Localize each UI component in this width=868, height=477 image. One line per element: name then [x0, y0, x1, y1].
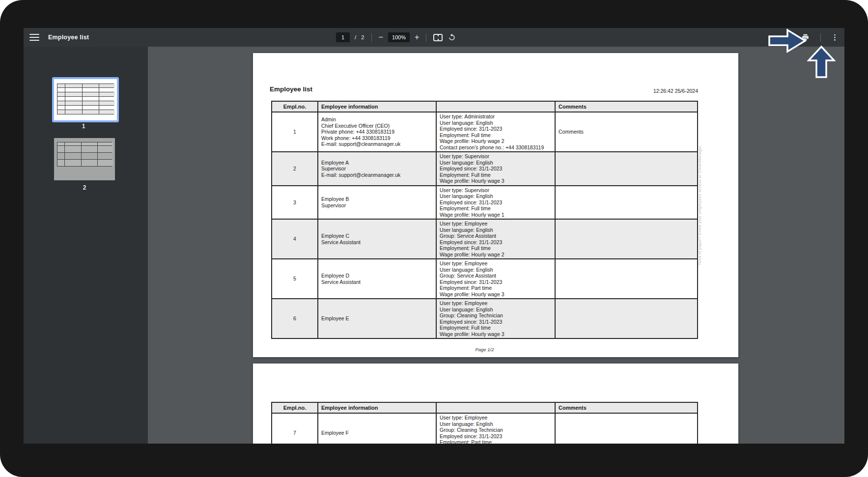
cell-line: Supervisor [321, 202, 434, 209]
toolbar-divider [426, 33, 426, 42]
cell-line: Employee F [321, 430, 434, 436]
cell-line: Employed since: 31/1-2023 [440, 166, 553, 172]
cell-employee-info: Employee DService Assistant [317, 259, 436, 298]
cell-employee-number: 5 [272, 259, 317, 298]
printer-icon [801, 33, 810, 42]
cell-line: Employee B [321, 196, 434, 202]
toolbar-divider [371, 33, 372, 42]
cell-employee-details: User type: EmployeeUser language: Englis… [436, 299, 555, 338]
document-title: Employee list [48, 34, 89, 41]
page-thumbnail-1[interactable] [52, 77, 119, 122]
cell-line: User language: English [440, 267, 553, 273]
rotate-button[interactable] [448, 33, 456, 42]
cell-line: User type: Employee [440, 260, 553, 267]
pdf-viewer-window: Employee list / 2 − + [24, 28, 844, 444]
cell-line: Group: Service Assistant [440, 233, 553, 239]
pdf-toolbar: Employee list / 2 − + [24, 28, 844, 47]
more-actions-button[interactable]: ⋮ [831, 33, 839, 42]
page-count: 2 [361, 34, 364, 40]
cell-comments [555, 299, 697, 338]
cell-line: Employed since: 31/1-2023 [440, 126, 553, 132]
zoom-level-input[interactable] [388, 32, 410, 42]
cell-comments [555, 220, 697, 258]
table-row: 1AdminChief Executive Officer (CEO)Priva… [272, 112, 697, 151]
cell-employee-details: User type: EmployeeUser language: Englis… [436, 259, 555, 298]
download-button[interactable] [783, 33, 792, 42]
rotate-counterclockwise-icon [448, 33, 456, 42]
cell-line: Employment: Full time [440, 132, 553, 139]
cell-employee-number: 2 [272, 152, 317, 185]
cell-employee-number: 7 [272, 414, 317, 444]
cell-line: User type: Supervisor [440, 187, 553, 194]
download-icon [783, 33, 792, 42]
cell-line: User type: Employee [440, 300, 553, 307]
cell-line: E-mail: support@cleanmanager.uk [321, 172, 434, 178]
employee-table-page1: Empl.no.Employee informationComments1Adm… [271, 101, 698, 339]
page-divider: / [355, 34, 356, 40]
cell-comments: Comments [555, 112, 697, 151]
cell-line: Employment: Full time [440, 205, 553, 212]
menu-button[interactable] [29, 34, 39, 41]
cell-line: Comments [559, 129, 695, 135]
column-header: Comments [555, 403, 697, 413]
cell-employee-details: User type: SupervisorUser language: Engl… [436, 186, 555, 219]
cell-employee-details: User type: EmployeeUser language: Englis… [436, 220, 555, 258]
cell-comments [555, 152, 697, 185]
cell-employee-info: Employee E [317, 299, 436, 338]
watermark-side-note: Tired of paper? Grant your employees acc… [698, 145, 702, 265]
cell-line: Service Assistant [321, 239, 434, 246]
cell-line: Employee C [321, 233, 434, 239]
cell-line: Employment: Part time [440, 439, 553, 444]
cell-line: Employed since: 31/1-2023 [440, 433, 553, 440]
table-row: 5Employee DService AssistantUser type: E… [272, 258, 697, 298]
cell-employee-number: 1 [272, 112, 317, 151]
cell-line: User language: English [440, 307, 553, 313]
column-header [436, 102, 555, 112]
cell-line: Service Assistant [321, 279, 434, 285]
column-header: Employee information [317, 102, 436, 112]
cell-line: Employment: Full time [440, 325, 553, 331]
cell-line: Employed since: 31/1-2023 [440, 239, 553, 246]
toolbar-divider [820, 33, 821, 42]
cell-line: User type: Employee [440, 415, 553, 421]
cell-employee-info: Employee F [317, 414, 436, 444]
cell-employee-info: Employee CService Assistant [317, 220, 436, 258]
cell-line: Employed since: 31/1-2023 [440, 279, 553, 285]
cell-line: Contact person's phone no.: +44 33081831… [440, 144, 553, 151]
cell-line: Wage profile: Hourly wage 2 [440, 252, 553, 258]
cell-line: Employment: Full time [440, 172, 553, 178]
page-thumbnail-2[interactable] [54, 138, 115, 180]
report-timestamp: 12:26:42 25/6-2024 [271, 88, 698, 94]
cell-line: Chief Executive Officer (CEO) [321, 123, 434, 129]
zoom-out-button[interactable]: − [379, 33, 383, 41]
fit-to-page-button[interactable] [433, 34, 443, 41]
cell-line: Supervisor [321, 166, 434, 172]
column-header: Empl.no. [272, 403, 317, 413]
page-number-input[interactable] [336, 32, 350, 42]
cell-comments [555, 414, 697, 444]
cell-employee-info: Employee ASupervisorE-mail: support@clea… [317, 152, 436, 185]
print-button[interactable] [801, 33, 810, 42]
cell-line: User language: English [440, 160, 553, 166]
cell-employee-number: 6 [272, 299, 317, 338]
column-header: Comments [555, 102, 697, 112]
hamburger-menu-icon [29, 34, 39, 35]
cell-employee-details: User type: SupervisorUser language: Engl… [436, 152, 555, 185]
table-row: 2Employee ASupervisorE-mail: support@cle… [272, 151, 697, 185]
cell-employee-info: AdminChief Executive Officer (CEO)Privat… [317, 112, 436, 151]
table-row: 7Employee FUser type: EmployeeUser langu… [272, 413, 697, 444]
hamburger-menu-icon [29, 37, 39, 38]
cell-line: Group: Cleaning Technician [440, 312, 553, 319]
zoom-in-button[interactable]: + [415, 33, 419, 41]
thumbnail-sidebar: 1 2 [24, 47, 148, 444]
cell-employee-details: User type: AdministratorUser language: E… [436, 112, 555, 151]
cell-line: User language: English [440, 227, 553, 233]
pdf-page-2: Empl.no.Employee informationComments7Emp… [253, 364, 738, 444]
column-header: Empl.no. [272, 102, 317, 112]
cell-line: Wage profile: Hourly wage 3 [440, 291, 553, 298]
cell-line: Group: Cleaning Technician [440, 427, 553, 433]
cell-comments [555, 259, 697, 298]
table-row: 4Employee CService AssistantUser type: E… [272, 219, 697, 258]
cell-employee-details: User type: EmployeeUser language: Englis… [436, 414, 555, 444]
cell-line: Private phone: +44 3308183119 [321, 129, 434, 135]
